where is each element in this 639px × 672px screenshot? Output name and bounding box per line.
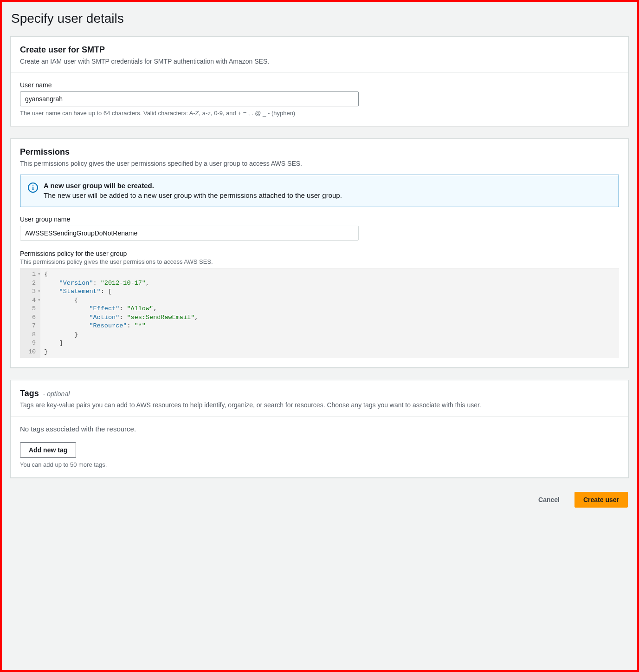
policy-code-editor[interactable]: 12345678910 { "Version": "2012-10-17", "…	[20, 268, 619, 358]
permissions-body: A new user group will be created. The ne…	[11, 171, 628, 367]
add-new-tag-button[interactable]: Add new tag	[20, 442, 76, 458]
tags-header: Tags - optional Tags are key-value pairs…	[11, 380, 628, 417]
group-name-input	[20, 226, 359, 241]
code-body[interactable]: { "Version": "2012-10-17", "Statement": …	[40, 268, 202, 358]
tags-heading: Tags - optional	[20, 389, 70, 398]
tags-description: Tags are key-value pairs you can add to …	[20, 401, 619, 409]
info-icon	[28, 183, 38, 193]
policy-section: Permissions policy for the user group Th…	[20, 250, 619, 358]
code-gutter: 12345678910	[20, 268, 40, 358]
tags-limit-hint: You can add up to 50 more tags.	[20, 461, 619, 468]
info-text: The new user will be added to a new user…	[44, 191, 342, 199]
policy-hint: This permissions policy gives the user p…	[20, 258, 619, 265]
create-user-panel: Create user for SMTP Create an IAM user …	[10, 36, 629, 126]
page-title: Specify user details	[11, 11, 629, 26]
info-title: A new user group will be created.	[44, 182, 342, 189]
username-input[interactable]	[20, 91, 359, 106]
create-user-header: Create user for SMTP Create an IAM user …	[11, 37, 628, 73]
policy-label: Permissions policy for the user group	[20, 250, 619, 257]
info-box: A new user group will be created. The ne…	[20, 175, 619, 207]
permissions-panel: Permissions This permissions policy give…	[10, 138, 629, 368]
username-label: User name	[20, 81, 619, 89]
info-content: A new user group will be created. The ne…	[44, 182, 342, 199]
group-name-label: User group name	[20, 215, 619, 223]
create-user-body: User name The user name can have up to 6…	[11, 73, 628, 126]
tags-panel: Tags - optional Tags are key-value pairs…	[10, 380, 629, 478]
tags-empty-text: No tags associated with the resource.	[20, 425, 619, 433]
permissions-heading: Permissions	[20, 147, 619, 157]
permissions-header: Permissions This permissions policy give…	[11, 139, 628, 171]
tags-optional-suffix: - optional	[43, 390, 70, 398]
create-user-description: Create an IAM user with SMTP credentials…	[20, 58, 619, 65]
tags-body: No tags associated with the resource. Ad…	[11, 417, 628, 477]
create-user-button[interactable]: Create user	[574, 492, 628, 508]
tags-heading-text: Tags	[20, 389, 39, 398]
username-hint: The user name can have up to 64 characte…	[20, 110, 619, 117]
permissions-description: This permissions policy gives the user p…	[20, 160, 619, 167]
create-user-heading: Create user for SMTP	[20, 45, 619, 55]
footer-actions: Cancel Create user	[10, 490, 629, 509]
cancel-button[interactable]: Cancel	[530, 492, 568, 508]
